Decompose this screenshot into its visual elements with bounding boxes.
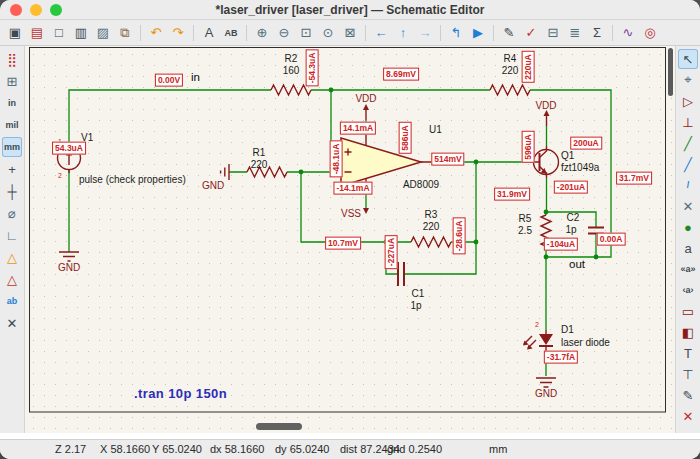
select-tool-icon[interactable]: ↖ xyxy=(678,49,698,69)
annotation-r3-current[interactable]: -28.6uA xyxy=(453,218,466,255)
gnd-label-d1[interactable]: GND xyxy=(535,389,557,399)
hv-lines-icon[interactable]: ∟ xyxy=(2,225,22,245)
zoom-fit-icon[interactable]: ⊡ xyxy=(296,23,316,43)
net-label-out[interactable]: out xyxy=(569,259,585,271)
hier-label-icon[interactable]: ‹a› xyxy=(678,280,698,300)
annotation-u1-vminus-current[interactable]: -14.1mA xyxy=(333,182,372,195)
annotation-in-voltage[interactable]: 0.00V xyxy=(155,74,183,87)
r4-ref[interactable]: R4 xyxy=(504,54,517,64)
add-wire-icon[interactable]: ╱ xyxy=(678,133,698,153)
q1-symbol[interactable] xyxy=(533,146,559,178)
add-power-icon[interactable]: ⊥ xyxy=(678,112,698,132)
junction-icon[interactable]: ● xyxy=(678,217,698,237)
units-mils-button[interactable]: mil xyxy=(2,115,22,135)
r2-value[interactable]: 160 xyxy=(283,66,300,76)
r2-ref[interactable]: R2 xyxy=(285,54,298,64)
zoom-objects-icon[interactable]: ⊙ xyxy=(318,23,338,43)
vdd-symbol-u1[interactable] xyxy=(363,104,369,120)
highlight-net-icon[interactable]: ◎ xyxy=(640,23,660,43)
vdd-label-u1[interactable]: VDD xyxy=(355,94,376,104)
erc-icon[interactable]: ✓ xyxy=(521,23,541,43)
r5-value[interactable]: 2.5 xyxy=(518,226,532,236)
save-icon[interactable]: ▣ xyxy=(5,23,25,43)
grid-overrides-icon[interactable]: ⊞ xyxy=(2,71,22,91)
r1-value[interactable]: 220 xyxy=(251,160,268,170)
d1-symbol[interactable] xyxy=(523,330,553,352)
vss-label[interactable]: VSS xyxy=(341,209,361,219)
annotation-feedback-voltage[interactable]: 10.7mV xyxy=(325,237,361,250)
page-settings-icon[interactable]: □ xyxy=(49,23,69,43)
gnd-symbol-d1[interactable] xyxy=(536,378,556,387)
gnd-symbol-r1[interactable] xyxy=(221,164,229,180)
erc-errors-icon[interactable]: △ xyxy=(2,269,22,289)
q1-value[interactable]: fzt1049a xyxy=(561,163,599,173)
r3-value[interactable]: 220 xyxy=(423,222,440,232)
nav-up-icon[interactable]: ↑ xyxy=(393,23,413,43)
zoom-window-button[interactable] xyxy=(50,4,62,16)
find-icon[interactable]: A xyxy=(199,23,219,43)
erc-exclusions-icon[interactable]: ✕ xyxy=(2,313,22,333)
schematic-setup-icon[interactable]: ▤ xyxy=(27,23,47,43)
annotation-u1-supply-current[interactable]: 586uA xyxy=(399,122,412,154)
net-label-in[interactable]: in xyxy=(191,72,200,84)
sheet-pin-icon[interactable]: ◧ xyxy=(678,322,698,342)
r2-symbol[interactable] xyxy=(271,85,311,95)
annotation-emitter-voltage[interactable]: 31.9mV xyxy=(494,188,530,201)
r3-ref[interactable]: R3 xyxy=(425,210,438,220)
u1-value[interactable]: AD8009 xyxy=(403,180,439,190)
d1-ref[interactable]: D1 xyxy=(561,325,574,335)
add-text-icon[interactable]: T xyxy=(678,343,698,363)
zoom-in-icon[interactable]: ⊕ xyxy=(252,23,272,43)
leave-sheet-icon[interactable]: ↰ xyxy=(446,23,466,43)
annotation-d1-current[interactable]: -31.7fA xyxy=(544,351,578,364)
c2-value[interactable]: 1p xyxy=(565,225,576,235)
units-inches-button[interactable]: in xyxy=(2,93,22,113)
assign-footprints-icon[interactable]: ⊟ xyxy=(543,23,563,43)
horizontal-scrollbar[interactable] xyxy=(256,423,302,430)
delete-tool-icon[interactable]: ✕ xyxy=(678,406,698,426)
c2-ref[interactable]: C2 xyxy=(567,213,580,223)
annotation-c2-current[interactable]: 0.00A xyxy=(597,233,626,246)
r1-ref[interactable]: R1 xyxy=(253,148,266,158)
r4-symbol[interactable] xyxy=(490,85,530,95)
annotation-v1-current[interactable]: 54.3uA xyxy=(52,142,86,155)
nav-forward-icon[interactable]: → xyxy=(415,23,435,43)
annotate-icon[interactable]: ✎ xyxy=(499,23,519,43)
annotation-out-voltage[interactable]: 31.7mV xyxy=(616,172,652,185)
hierarchy-navigator-icon[interactable]: ▶ xyxy=(468,23,488,43)
nav-back-icon[interactable]: ← xyxy=(371,23,391,43)
zoom-selection-icon[interactable]: ⊠ xyxy=(340,23,360,43)
gnd-label-v1[interactable]: GND xyxy=(58,263,80,273)
bom-icon[interactable]: Σ xyxy=(587,23,607,43)
bus-entry-icon[interactable]: / xyxy=(678,175,698,195)
undo-icon[interactable]: ↶ xyxy=(146,23,166,43)
gnd-symbol-v1[interactable] xyxy=(59,252,79,261)
gnd-label-r1[interactable]: GND xyxy=(202,181,224,191)
r3-symbol[interactable] xyxy=(411,237,451,247)
print-icon[interactable]: ▥ xyxy=(71,23,91,43)
c1-symbol[interactable] xyxy=(398,262,404,286)
sim-directive[interactable]: .tran 10p 150n xyxy=(134,387,227,400)
paste-icon[interactable]: ⧉ xyxy=(115,23,135,43)
grid-toggle-icon[interactable]: ⣿ xyxy=(2,49,22,69)
annotation-output-voltage[interactable]: 514mV xyxy=(431,153,464,166)
annotation-u1-input-current[interactable]: -48.1uA xyxy=(330,141,343,178)
global-label-icon[interactable]: «a» xyxy=(678,259,698,279)
c1-ref[interactable]: C1 xyxy=(412,289,425,299)
c1-value[interactable]: 1p xyxy=(410,301,421,311)
v1-value[interactable]: pulse (check properties) xyxy=(79,175,186,185)
fields-visibility-icon[interactable]: ab xyxy=(2,291,22,311)
d1-value[interactable]: laser diode xyxy=(561,338,610,348)
crosshair-icon[interactable]: ┼ xyxy=(2,181,22,201)
vertical-scrollbar[interactable] xyxy=(668,48,673,96)
cursor-shape-icon[interactable]: + xyxy=(2,159,22,179)
annotation-q1-collector-current[interactable]: 596uA xyxy=(522,131,535,163)
erc-warnings-icon[interactable]: △ xyxy=(2,247,22,267)
hidden-pins-icon[interactable]: ⌀ xyxy=(2,203,22,223)
no-connect-icon[interactable]: ✕ xyxy=(678,196,698,216)
minimize-button[interactable] xyxy=(30,4,42,16)
find-replace-icon[interactable]: AB xyxy=(221,23,241,43)
u1-ref[interactable]: U1 xyxy=(429,125,442,135)
add-symbol-icon[interactable]: ▷ xyxy=(678,91,698,111)
text-box-icon[interactable]: ⊤ xyxy=(678,364,698,384)
